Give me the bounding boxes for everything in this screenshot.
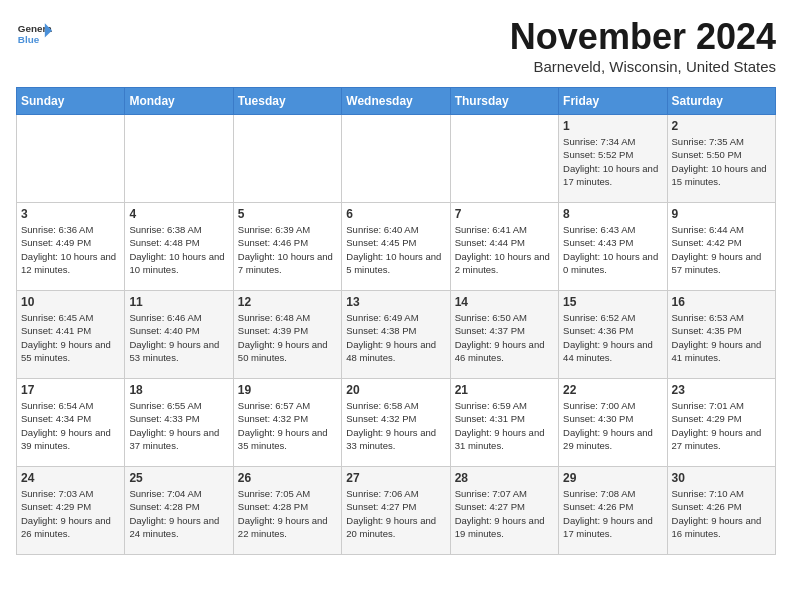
day-header: Wednesday bbox=[342, 88, 450, 115]
calendar-cell: 6Sunrise: 6:40 AM Sunset: 4:45 PM Daylig… bbox=[342, 203, 450, 291]
calendar-cell: 24Sunrise: 7:03 AM Sunset: 4:29 PM Dayli… bbox=[17, 467, 125, 555]
day-number: 29 bbox=[563, 471, 662, 485]
day-number: 1 bbox=[563, 119, 662, 133]
month-title: November 2024 bbox=[510, 16, 776, 58]
day-info: Sunrise: 7:07 AM Sunset: 4:27 PM Dayligh… bbox=[455, 487, 554, 540]
day-info: Sunrise: 6:54 AM Sunset: 4:34 PM Dayligh… bbox=[21, 399, 120, 452]
day-number: 26 bbox=[238, 471, 337, 485]
day-info: Sunrise: 6:38 AM Sunset: 4:48 PM Dayligh… bbox=[129, 223, 228, 276]
calendar-cell: 27Sunrise: 7:06 AM Sunset: 4:27 PM Dayli… bbox=[342, 467, 450, 555]
calendar-cell: 16Sunrise: 6:53 AM Sunset: 4:35 PM Dayli… bbox=[667, 291, 775, 379]
day-number: 9 bbox=[672, 207, 771, 221]
calendar-body: 1Sunrise: 7:34 AM Sunset: 5:52 PM Daylig… bbox=[17, 115, 776, 555]
day-info: Sunrise: 7:34 AM Sunset: 5:52 PM Dayligh… bbox=[563, 135, 662, 188]
calendar-cell: 9Sunrise: 6:44 AM Sunset: 4:42 PM Daylig… bbox=[667, 203, 775, 291]
day-info: Sunrise: 6:46 AM Sunset: 4:40 PM Dayligh… bbox=[129, 311, 228, 364]
calendar-week-row: 1Sunrise: 7:34 AM Sunset: 5:52 PM Daylig… bbox=[17, 115, 776, 203]
calendar-cell: 19Sunrise: 6:57 AM Sunset: 4:32 PM Dayli… bbox=[233, 379, 341, 467]
day-number: 25 bbox=[129, 471, 228, 485]
day-info: Sunrise: 6:50 AM Sunset: 4:37 PM Dayligh… bbox=[455, 311, 554, 364]
calendar-week-row: 3Sunrise: 6:36 AM Sunset: 4:49 PM Daylig… bbox=[17, 203, 776, 291]
day-number: 7 bbox=[455, 207, 554, 221]
calendar-cell: 7Sunrise: 6:41 AM Sunset: 4:44 PM Daylig… bbox=[450, 203, 558, 291]
calendar-cell: 28Sunrise: 7:07 AM Sunset: 4:27 PM Dayli… bbox=[450, 467, 558, 555]
title-area: November 2024 Barneveld, Wisconsin, Unit… bbox=[510, 16, 776, 75]
calendar-cell: 15Sunrise: 6:52 AM Sunset: 4:36 PM Dayli… bbox=[559, 291, 667, 379]
day-header: Tuesday bbox=[233, 88, 341, 115]
calendar-cell: 11Sunrise: 6:46 AM Sunset: 4:40 PM Dayli… bbox=[125, 291, 233, 379]
day-number: 21 bbox=[455, 383, 554, 397]
calendar-cell: 23Sunrise: 7:01 AM Sunset: 4:29 PM Dayli… bbox=[667, 379, 775, 467]
header: General Blue General Blue November 2024 … bbox=[16, 16, 776, 75]
calendar-cell: 5Sunrise: 6:39 AM Sunset: 4:46 PM Daylig… bbox=[233, 203, 341, 291]
day-info: Sunrise: 6:49 AM Sunset: 4:38 PM Dayligh… bbox=[346, 311, 445, 364]
logo-icon: General Blue bbox=[16, 16, 52, 52]
calendar-cell: 18Sunrise: 6:55 AM Sunset: 4:33 PM Dayli… bbox=[125, 379, 233, 467]
day-info: Sunrise: 7:06 AM Sunset: 4:27 PM Dayligh… bbox=[346, 487, 445, 540]
day-header: Saturday bbox=[667, 88, 775, 115]
calendar-cell: 8Sunrise: 6:43 AM Sunset: 4:43 PM Daylig… bbox=[559, 203, 667, 291]
calendar-cell bbox=[342, 115, 450, 203]
calendar-cell: 13Sunrise: 6:49 AM Sunset: 4:38 PM Dayli… bbox=[342, 291, 450, 379]
day-info: Sunrise: 6:57 AM Sunset: 4:32 PM Dayligh… bbox=[238, 399, 337, 452]
calendar-cell: 30Sunrise: 7:10 AM Sunset: 4:26 PM Dayli… bbox=[667, 467, 775, 555]
logo: General Blue General Blue bbox=[16, 16, 52, 52]
day-number: 13 bbox=[346, 295, 445, 309]
day-number: 5 bbox=[238, 207, 337, 221]
day-info: Sunrise: 7:04 AM Sunset: 4:28 PM Dayligh… bbox=[129, 487, 228, 540]
day-number: 12 bbox=[238, 295, 337, 309]
day-info: Sunrise: 6:45 AM Sunset: 4:41 PM Dayligh… bbox=[21, 311, 120, 364]
day-number: 15 bbox=[563, 295, 662, 309]
day-info: Sunrise: 6:43 AM Sunset: 4:43 PM Dayligh… bbox=[563, 223, 662, 276]
day-info: Sunrise: 6:52 AM Sunset: 4:36 PM Dayligh… bbox=[563, 311, 662, 364]
day-number: 19 bbox=[238, 383, 337, 397]
day-info: Sunrise: 6:44 AM Sunset: 4:42 PM Dayligh… bbox=[672, 223, 771, 276]
day-header: Monday bbox=[125, 88, 233, 115]
day-number: 18 bbox=[129, 383, 228, 397]
day-number: 16 bbox=[672, 295, 771, 309]
day-info: Sunrise: 7:05 AM Sunset: 4:28 PM Dayligh… bbox=[238, 487, 337, 540]
calendar-cell: 17Sunrise: 6:54 AM Sunset: 4:34 PM Dayli… bbox=[17, 379, 125, 467]
calendar-cell bbox=[17, 115, 125, 203]
calendar-cell: 14Sunrise: 6:50 AM Sunset: 4:37 PM Dayli… bbox=[450, 291, 558, 379]
day-number: 6 bbox=[346, 207, 445, 221]
calendar-week-row: 24Sunrise: 7:03 AM Sunset: 4:29 PM Dayli… bbox=[17, 467, 776, 555]
calendar-cell: 10Sunrise: 6:45 AM Sunset: 4:41 PM Dayli… bbox=[17, 291, 125, 379]
day-info: Sunrise: 6:55 AM Sunset: 4:33 PM Dayligh… bbox=[129, 399, 228, 452]
day-info: Sunrise: 6:53 AM Sunset: 4:35 PM Dayligh… bbox=[672, 311, 771, 364]
day-number: 24 bbox=[21, 471, 120, 485]
day-info: Sunrise: 6:48 AM Sunset: 4:39 PM Dayligh… bbox=[238, 311, 337, 364]
day-number: 20 bbox=[346, 383, 445, 397]
calendar-cell: 25Sunrise: 7:04 AM Sunset: 4:28 PM Dayli… bbox=[125, 467, 233, 555]
day-number: 4 bbox=[129, 207, 228, 221]
day-info: Sunrise: 7:10 AM Sunset: 4:26 PM Dayligh… bbox=[672, 487, 771, 540]
day-info: Sunrise: 7:08 AM Sunset: 4:26 PM Dayligh… bbox=[563, 487, 662, 540]
calendar-header-row: SundayMondayTuesdayWednesdayThursdayFrid… bbox=[17, 88, 776, 115]
calendar-cell: 20Sunrise: 6:58 AM Sunset: 4:32 PM Dayli… bbox=[342, 379, 450, 467]
day-info: Sunrise: 6:59 AM Sunset: 4:31 PM Dayligh… bbox=[455, 399, 554, 452]
calendar-cell: 22Sunrise: 7:00 AM Sunset: 4:30 PM Dayli… bbox=[559, 379, 667, 467]
day-number: 10 bbox=[21, 295, 120, 309]
calendar-cell: 1Sunrise: 7:34 AM Sunset: 5:52 PM Daylig… bbox=[559, 115, 667, 203]
calendar-cell bbox=[450, 115, 558, 203]
day-number: 14 bbox=[455, 295, 554, 309]
calendar-cell bbox=[125, 115, 233, 203]
day-info: Sunrise: 7:00 AM Sunset: 4:30 PM Dayligh… bbox=[563, 399, 662, 452]
day-header: Friday bbox=[559, 88, 667, 115]
calendar-cell: 3Sunrise: 6:36 AM Sunset: 4:49 PM Daylig… bbox=[17, 203, 125, 291]
calendar-cell bbox=[233, 115, 341, 203]
day-header: Sunday bbox=[17, 88, 125, 115]
calendar-week-row: 17Sunrise: 6:54 AM Sunset: 4:34 PM Dayli… bbox=[17, 379, 776, 467]
day-number: 2 bbox=[672, 119, 771, 133]
day-info: Sunrise: 6:36 AM Sunset: 4:49 PM Dayligh… bbox=[21, 223, 120, 276]
day-info: Sunrise: 6:58 AM Sunset: 4:32 PM Dayligh… bbox=[346, 399, 445, 452]
day-info: Sunrise: 6:41 AM Sunset: 4:44 PM Dayligh… bbox=[455, 223, 554, 276]
calendar-cell: 4Sunrise: 6:38 AM Sunset: 4:48 PM Daylig… bbox=[125, 203, 233, 291]
day-number: 8 bbox=[563, 207, 662, 221]
day-number: 30 bbox=[672, 471, 771, 485]
day-header: Thursday bbox=[450, 88, 558, 115]
calendar-cell: 26Sunrise: 7:05 AM Sunset: 4:28 PM Dayli… bbox=[233, 467, 341, 555]
calendar-cell: 12Sunrise: 6:48 AM Sunset: 4:39 PM Dayli… bbox=[233, 291, 341, 379]
day-number: 3 bbox=[21, 207, 120, 221]
day-number: 28 bbox=[455, 471, 554, 485]
